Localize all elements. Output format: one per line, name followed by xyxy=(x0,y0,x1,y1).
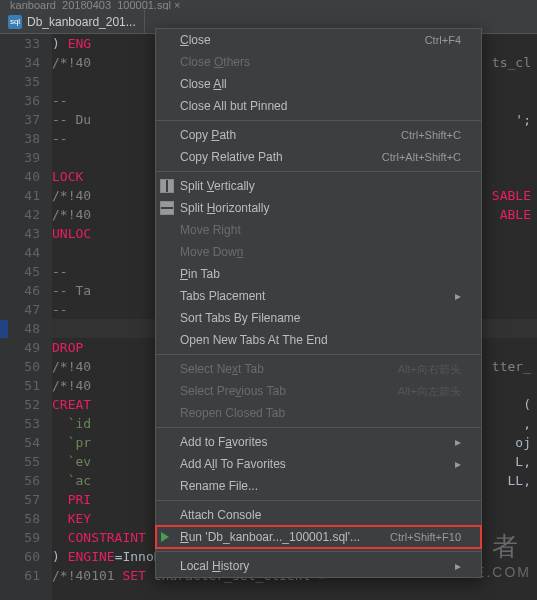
menu-item-label: Add to Favorites xyxy=(180,435,449,449)
menu-item-label: Add All To Favorites xyxy=(180,457,449,471)
menu-item-label: Tabs Placement xyxy=(180,289,449,303)
menu-item[interactable]: Split Horizontally xyxy=(156,197,481,219)
menu-item: Move Right xyxy=(156,219,481,241)
menu-separator xyxy=(156,120,481,121)
menu-shortcut: Ctrl+F4 xyxy=(425,34,461,46)
submenu-arrow-icon xyxy=(449,289,461,303)
menu-item[interactable]: Copy Relative PathCtrl+Alt+Shift+C xyxy=(156,146,481,168)
menu-item-label: Sort Tabs By Filename xyxy=(180,311,461,325)
submenu-arrow-icon xyxy=(449,457,461,471)
line-number: 49 xyxy=(0,338,40,357)
menu-item-label: Copy Path xyxy=(180,128,401,142)
line-number: 58 xyxy=(0,509,40,528)
icon-split-h xyxy=(160,201,174,215)
menu-item-label: Attach Console xyxy=(180,508,461,522)
line-number: 37 xyxy=(0,110,40,129)
menu-item[interactable]: Attach Console xyxy=(156,504,481,526)
menu-separator xyxy=(156,427,481,428)
line-number: 45 xyxy=(0,262,40,281)
line-number: 39 xyxy=(0,148,40,167)
menu-separator xyxy=(156,551,481,552)
menu-item-label: Reopen Closed Tab xyxy=(180,406,461,420)
menu-item-label: Close xyxy=(180,33,425,47)
menu-separator xyxy=(156,354,481,355)
menu-shortcut: Alt+向左箭头 xyxy=(398,384,461,399)
menu-item-label: Copy Relative Path xyxy=(180,150,382,164)
line-number: 56 xyxy=(0,471,40,490)
menu-shortcut: Ctrl+Alt+Shift+C xyxy=(382,151,461,163)
menu-item: Close Others xyxy=(156,51,481,73)
line-number: 40 xyxy=(0,167,40,186)
line-number: 52 xyxy=(0,395,40,414)
menu-item: Select Previous TabAlt+向左箭头 xyxy=(156,380,481,402)
line-number: 47 xyxy=(0,300,40,319)
selection-marker xyxy=(0,320,8,338)
line-number: 50 xyxy=(0,357,40,376)
menu-item[interactable]: Rename File... xyxy=(156,475,481,497)
menu-item[interactable]: Run 'Db_kanboar..._100001.sql'...Ctrl+Sh… xyxy=(156,526,481,548)
menu-item-label: Rename File... xyxy=(180,479,461,493)
menu-item: Move Down xyxy=(156,241,481,263)
file-tab-label: Db_kanboard_201... xyxy=(27,15,136,29)
menu-item[interactable]: Sort Tabs By Filename xyxy=(156,307,481,329)
menu-item[interactable]: Pin Tab xyxy=(156,263,481,285)
submenu-arrow-icon xyxy=(449,435,461,449)
menu-item-label: Run 'Db_kanboar..._100001.sql'... xyxy=(180,530,390,544)
line-number: 53 xyxy=(0,414,40,433)
line-number: 44 xyxy=(0,243,40,262)
menu-shortcut: Ctrl+Shift+F10 xyxy=(390,531,461,543)
menu-item: Select Next TabAlt+向右箭头 xyxy=(156,358,481,380)
menu-separator xyxy=(156,500,481,501)
menu-item-label: Local History xyxy=(180,559,449,573)
menu-item[interactable]: Tabs Placement xyxy=(156,285,481,307)
line-number: 59 xyxy=(0,528,40,547)
line-number: 54 xyxy=(0,433,40,452)
menu-item[interactable]: Copy PathCtrl+Shift+C xyxy=(156,124,481,146)
menu-item[interactable]: CloseCtrl+F4 xyxy=(156,29,481,51)
context-menu: CloseCtrl+F4Close OthersClose AllClose A… xyxy=(155,28,482,578)
line-number: 46 xyxy=(0,281,40,300)
menu-item-label: Close Others xyxy=(180,55,461,69)
line-number: 41 xyxy=(0,186,40,205)
menu-item-label: Move Right xyxy=(180,223,461,237)
run-icon xyxy=(161,532,169,542)
line-number: 55 xyxy=(0,452,40,471)
menu-shortcut: Ctrl+Shift+C xyxy=(401,129,461,141)
menu-separator xyxy=(156,171,481,172)
line-number: 60 xyxy=(0,547,40,566)
menu-item: Reopen Closed Tab xyxy=(156,402,481,424)
menu-item-label: Split Horizontally xyxy=(180,201,461,215)
menu-item[interactable]: Close All but Pinned xyxy=(156,95,481,117)
icon-split-v xyxy=(160,179,174,193)
menu-item[interactable]: Add All To Favorites xyxy=(156,453,481,475)
menu-item-label: Close All but Pinned xyxy=(180,99,461,113)
menu-item-label: Move Down xyxy=(180,245,461,259)
line-number: 61 xyxy=(0,566,40,585)
line-number: 43 xyxy=(0,224,40,243)
line-number: 35 xyxy=(0,72,40,91)
line-number-gutter: 3334353637383940414243444546474849505152… xyxy=(0,34,52,600)
menu-item[interactable]: Split Vertically xyxy=(156,175,481,197)
submenu-arrow-icon xyxy=(449,559,461,573)
menu-item-label: Select Next Tab xyxy=(180,362,398,376)
inactive-tab-strip: _kanboard_20180403_100001.sql × xyxy=(0,0,537,10)
line-number: 57 xyxy=(0,490,40,509)
line-number: 51 xyxy=(0,376,40,395)
menu-item[interactable]: Local History xyxy=(156,555,481,577)
menu-item[interactable]: Add to Favorites xyxy=(156,431,481,453)
menu-item-label: Close All xyxy=(180,77,461,91)
menu-item[interactable]: Close All xyxy=(156,73,481,95)
menu-shortcut: Alt+向右箭头 xyxy=(398,362,461,377)
menu-item-label: Open New Tabs At The End xyxy=(180,333,461,347)
line-number: 42 xyxy=(0,205,40,224)
line-number: 34 xyxy=(0,53,40,72)
menu-item[interactable]: Open New Tabs At The End xyxy=(156,329,481,351)
menu-item-label: Pin Tab xyxy=(180,267,461,281)
line-number: 38 xyxy=(0,129,40,148)
sql-file-icon: sql xyxy=(8,15,22,29)
line-number: 36 xyxy=(0,91,40,110)
file-tab[interactable]: sql Db_kanboard_201... xyxy=(0,10,145,33)
line-number: 33 xyxy=(0,34,40,53)
menu-item-label: Select Previous Tab xyxy=(180,384,398,398)
menu-item-label: Split Vertically xyxy=(180,179,461,193)
